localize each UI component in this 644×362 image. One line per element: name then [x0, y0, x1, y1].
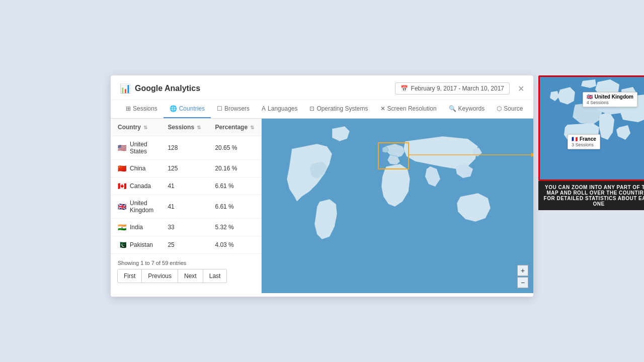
tab-sessions[interactable]: ⊞ Sessions — [120, 100, 164, 118]
table-section: Country ⇅ Sessions ⇅ Percentage ⇅ — [111, 119, 262, 293]
tooltip-uk-country: United Kingdom — [595, 94, 633, 100]
tooltip-fr-title: 🇫🇷 France — [572, 136, 596, 142]
table-row: 🇬🇧 United Kingdom 41 6.61 % — [111, 195, 261, 219]
table-row: 🇺🇸 United States 128 20.65 % — [111, 136, 261, 160]
cell-sessions: 128 — [160, 136, 208, 160]
tooltip-fr: 🇫🇷 France 3 Sessions — [568, 134, 600, 149]
tab-os[interactable]: ⊡ Operating Systems — [303, 100, 374, 118]
cell-sessions: 41 — [160, 195, 208, 219]
tab-countries[interactable]: 🌐 Countries — [164, 100, 211, 118]
flag-uk: 🇬🇧 — [118, 203, 126, 211]
zoom-map-box: 🇬🇧 United Kingdom 4 Sessions 🇫🇷 France 3… — [538, 75, 644, 181]
countries-icon: 🌐 — [170, 105, 177, 112]
tooltip-fr-country: France — [580, 136, 596, 142]
browsers-icon: ☐ — [217, 105, 222, 112]
tab-screen[interactable]: ✕ Screen Resolution — [374, 100, 443, 118]
sort-icon-sessions: ⇅ — [197, 125, 201, 130]
tooltip-fr-sessions: 3 Sessions — [572, 142, 596, 147]
cell-percentage: 20.16 % — [208, 160, 261, 177]
fr-flag-icon: 🇫🇷 — [572, 136, 578, 142]
cell-country: 🇨🇦 Canada — [111, 177, 160, 195]
uk-flag-icon: 🇬🇧 — [587, 94, 593, 100]
table-row: 🇵🇰 Pakistan 25 4.03 % — [111, 236, 261, 254]
sort-icon-country: ⇅ — [143, 125, 147, 130]
card-header: 📊 Google Analytics 📅 February 9, 2017 - … — [111, 75, 533, 100]
zoom-out-button[interactable]: − — [517, 277, 528, 288]
cell-country: 🇮🇳 India — [111, 219, 160, 236]
tab-pages[interactable]: 📄 Pages — [529, 100, 533, 118]
map-controls: + − — [517, 265, 528, 288]
tooltip-uk: 🇬🇧 United Kingdom 4 Sessions — [583, 92, 637, 107]
cell-percentage: 6.61 % — [208, 177, 261, 195]
cell-sessions: 33 — [160, 219, 208, 236]
tab-keywords[interactable]: 🔍 Keywords — [443, 100, 491, 118]
tab-browsers-label: Browsers — [224, 105, 250, 112]
card-body: Country ⇅ Sessions ⇅ Percentage ⇅ — [111, 119, 533, 293]
country-name: India — [130, 224, 143, 231]
col-country[interactable]: Country ⇅ — [111, 119, 160, 136]
tab-screen-label: Screen Resolution — [387, 105, 437, 112]
flag-us: 🇺🇸 — [118, 144, 126, 152]
cell-country: 🇬🇧 United Kingdom — [111, 195, 160, 219]
calendar-icon: 📅 — [400, 85, 408, 92]
tooltip-uk-title: 🇬🇧 United Kingdom — [587, 94, 633, 100]
screen-icon: ✕ — [380, 105, 385, 112]
data-table: Country ⇅ Sessions ⇅ Percentage ⇅ — [111, 119, 261, 254]
country-name: United States — [130, 141, 153, 155]
tab-languages-label: Languages — [268, 105, 297, 112]
cell-sessions: 25 — [160, 236, 208, 254]
analytics-card: 📊 Google Analytics 📅 February 9, 2017 - … — [111, 75, 533, 297]
flag-in: 🇮🇳 — [118, 223, 126, 231]
app-title: Google Analytics — [135, 84, 200, 93]
col-percentage[interactable]: Percentage ⇅ — [208, 119, 261, 136]
cell-country: 🇨🇳 China — [111, 160, 160, 177]
showing-count: Showing 1 to 7 of 59 entries — [118, 260, 186, 266]
cell-country: 🇺🇸 United States — [111, 136, 160, 160]
tabs-bar: ⊞ Sessions 🌐 Countries ☐ Browsers A Lang… — [111, 100, 533, 119]
tab-keywords-label: Keywords — [458, 105, 485, 112]
cell-percentage: 20.65 % — [208, 136, 261, 160]
cell-country: 🇵🇰 Pakistan — [111, 236, 160, 254]
tab-languages[interactable]: A Languages — [256, 100, 303, 118]
zoom-panel: 🇬🇧 United Kingdom 4 Sessions 🇫🇷 France 3… — [538, 75, 644, 210]
table-row: 🇮🇳 India 33 5.32 % — [111, 219, 261, 236]
next-button[interactable]: Next — [178, 269, 203, 283]
cell-sessions: 41 — [160, 177, 208, 195]
close-button[interactable]: ✕ — [518, 84, 524, 94]
first-button[interactable]: First — [117, 269, 142, 283]
cell-percentage: 5.32 % — [208, 219, 261, 236]
last-button[interactable]: Last — [203, 269, 227, 283]
tab-countries-label: Countries — [179, 105, 205, 112]
tab-source-label: Source — [504, 105, 523, 112]
world-map-svg[interactable] — [262, 119, 533, 249]
flag-ca: 🇨🇦 — [118, 182, 126, 190]
zoom-hint: YOU CAN ZOOM INTO ANY PART OF THE MAP AN… — [538, 181, 644, 210]
col-sessions[interactable]: Sessions ⇅ — [160, 119, 208, 136]
cell-sessions: 125 — [160, 160, 208, 177]
table-row: 🇨🇦 Canada 41 6.61 % — [111, 177, 261, 195]
tooltip-uk-sessions: 4 Sessions — [587, 100, 633, 105]
date-range-text: February 9, 2017 - March 10, 2017 — [411, 85, 504, 92]
pagination-buttons: First Previous Next Last — [118, 269, 254, 283]
country-name: United Kingdom — [130, 200, 153, 214]
zoom-in-button[interactable]: + — [517, 265, 528, 276]
card-title: 📊 Google Analytics — [120, 83, 200, 94]
date-range[interactable]: 📅 February 9, 2017 - March 10, 2017 — [395, 82, 510, 95]
pagination-row: Showing 1 to 7 of 59 entries — [111, 254, 261, 269]
keywords-icon: 🔍 — [449, 105, 456, 112]
os-icon: ⊡ — [309, 105, 314, 112]
tab-source[interactable]: ⬡ Source — [491, 100, 529, 118]
chart-icon: 📊 — [120, 83, 131, 94]
cell-percentage: 4.03 % — [208, 236, 261, 254]
tab-sessions-label: Sessions — [133, 105, 157, 112]
tab-os-label: Operating Systems — [316, 105, 368, 112]
sessions-icon: ⊞ — [126, 105, 131, 112]
tab-browsers[interactable]: ☐ Browsers — [211, 100, 256, 118]
flag-pk: 🇵🇰 — [118, 241, 126, 249]
map-section: + − — [262, 119, 533, 293]
source-icon: ⬡ — [497, 105, 502, 112]
previous-button[interactable]: Previous — [141, 269, 178, 283]
country-name: Pakistan — [130, 241, 153, 248]
languages-icon: A — [262, 105, 266, 112]
flag-cn: 🇨🇳 — [118, 164, 126, 172]
